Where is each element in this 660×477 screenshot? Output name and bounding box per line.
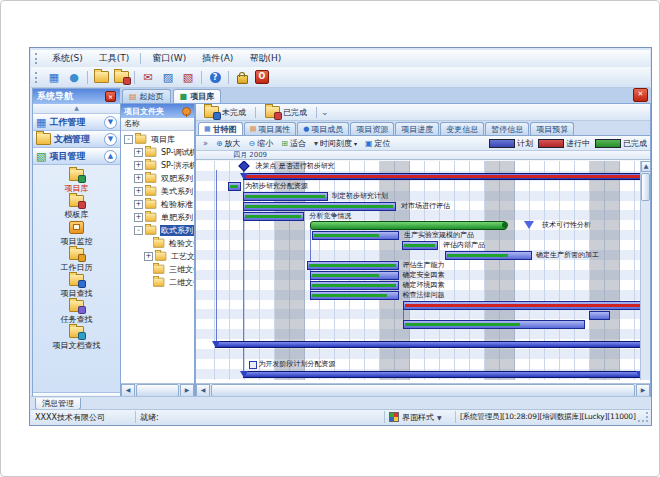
sidebar-item-0[interactable]: 项目库 xyxy=(33,169,120,193)
sidebar-item-1[interactable]: 模板库 xyxy=(33,195,120,219)
gantt-vscroll-thumb[interactable] xyxy=(641,173,650,201)
tree-node-5[interactable]: +检验标准 xyxy=(121,198,194,211)
sidebar-group-2[interactable]: ▧项目管理▲ xyxy=(33,148,120,165)
chevron-up-icon[interactable]: ▲ xyxy=(104,150,117,163)
tree-node-8[interactable]: 检验文件 xyxy=(121,237,194,250)
scroll-left-icon[interactable]: ◀ xyxy=(121,384,135,397)
sidebar-item-2[interactable]: 项目监控 xyxy=(33,221,120,246)
gantt-bar[interactable] xyxy=(589,311,611,320)
gantt-tab-3[interactable]: 项目资源 xyxy=(350,122,394,135)
gantt-tab-7[interactable]: 项目预算 xyxy=(530,122,574,135)
tree-node-11[interactable]: 二维文件 xyxy=(121,276,194,289)
gantt-bar[interactable] xyxy=(310,271,399,280)
gantt-bar[interactable] xyxy=(307,261,398,270)
gantt-horizontal-scrollbar[interactable]: ◀ ▶ xyxy=(196,383,650,396)
gantt-tool-1[interactable]: ⊖缩小 xyxy=(245,138,278,149)
tree-expander-icon[interactable]: - xyxy=(124,135,133,144)
gantt-summary-bar[interactable] xyxy=(215,341,650,348)
sidebar-item-4[interactable]: 项目查找 xyxy=(33,274,120,298)
close-tab-icon[interactable]: ✕ xyxy=(633,88,648,102)
gantt-bar[interactable] xyxy=(310,291,399,300)
status-style-selector[interactable]: 界面样式 ▼ xyxy=(385,411,456,423)
tree-node-2[interactable]: +SP-演示机系 xyxy=(121,159,194,172)
gantt-bar[interactable] xyxy=(243,212,304,221)
tree-expander-icon[interactable]: + xyxy=(134,174,143,183)
tree-expander-icon[interactable]: - xyxy=(134,226,143,235)
gantt-tool-3[interactable]: ▾时间刻度▾ xyxy=(310,138,361,149)
tab-start-page[interactable]: ▤ 起始页 xyxy=(122,89,171,103)
gantt-tab-5[interactable]: 变更信息 xyxy=(440,122,484,135)
menu-item-1[interactable]: 工具(T) xyxy=(91,50,138,67)
tree-expander-icon[interactable]: + xyxy=(134,213,143,222)
filter-button-1[interactable]: 已完成 xyxy=(260,105,312,119)
tree-expander-icon[interactable]: + xyxy=(134,161,143,170)
tree-node-6[interactable]: +单肥系列 xyxy=(121,211,194,224)
chevron-down-icon[interactable]: ▼ xyxy=(104,133,117,146)
sidebar-group-0[interactable]: ▦工作管理▼ xyxy=(33,114,120,131)
gantt-summary-bar[interactable] xyxy=(243,173,650,180)
tree-node-10[interactable]: 三维文件 xyxy=(121,263,194,276)
overflow-chevron-icon[interactable]: ⌄ xyxy=(321,107,329,117)
gantt-vertical-scrollbar[interactable]: ▲ xyxy=(640,161,650,380)
chart-alert-button[interactable]: ▨ xyxy=(159,69,177,86)
lock-button[interactable] xyxy=(233,69,251,86)
tree-horizontal-scrollbar[interactable]: ◀ ▶ xyxy=(121,383,194,396)
milestone-marker[interactable] xyxy=(524,221,534,229)
sidebar-header-icon[interactable]: × xyxy=(105,91,116,102)
filter-button-0[interactable]: 未完成 xyxy=(199,105,251,119)
gantt-tool-4[interactable]: ▣定位 xyxy=(361,138,395,149)
folder-report-button[interactable] xyxy=(112,69,130,86)
pin-icon[interactable] xyxy=(182,107,191,116)
menu-item-5[interactable]: 帮助(H) xyxy=(241,50,289,67)
gantt-tab-4[interactable]: 项目进度 xyxy=(395,122,439,135)
gantt-tab-0[interactable]: ▦甘特图 xyxy=(198,122,243,135)
gantt-bar[interactable] xyxy=(445,251,533,260)
gantt-bar[interactable] xyxy=(228,182,241,191)
gantt-bar[interactable] xyxy=(403,301,647,310)
mail-alert-button[interactable]: ✉ xyxy=(139,69,157,86)
milestone-diamond[interactable] xyxy=(238,161,249,172)
gantt-bar[interactable] xyxy=(403,320,585,329)
menu-item-3[interactable]: 窗口(W) xyxy=(144,50,194,67)
exit-button[interactable]: O xyxy=(253,69,271,86)
gantt-bar-completed[interactable] xyxy=(310,221,506,230)
scroll-left-icon[interactable]: ◀ xyxy=(196,384,210,397)
tab-project-library[interactable]: ■ 项目库 xyxy=(173,89,222,103)
gantt-bar[interactable] xyxy=(312,231,399,240)
gantt-bar[interactable] xyxy=(402,241,438,250)
sidebar-item-3[interactable]: 工作日历 xyxy=(33,248,120,272)
sidebar-item-5[interactable]: 任务查找 xyxy=(33,300,120,324)
toolbar-more-icon[interactable]: » xyxy=(203,139,208,148)
menu-item-0[interactable]: 系统(S) xyxy=(44,50,91,67)
gantt-tab-2[interactable]: ●项目成员 xyxy=(297,122,349,135)
gantt-bar[interactable] xyxy=(310,281,399,290)
folder-open-button[interactable] xyxy=(92,69,110,86)
globe-button[interactable]: ● xyxy=(65,69,83,86)
gantt-summary-bar[interactable] xyxy=(243,371,642,378)
sidebar-group-1[interactable]: 文档管理▼ xyxy=(33,131,120,148)
gantt-tab-1[interactable]: ▤项目属性 xyxy=(244,122,297,135)
menu-item-4[interactable]: 插件(A) xyxy=(194,50,241,67)
tree-node-4[interactable]: +美式系列 xyxy=(121,185,194,198)
scroll-up-icon[interactable]: ▲ xyxy=(641,161,651,172)
gantt-scroll-thumb[interactable] xyxy=(211,384,635,397)
gantt-tab-6[interactable]: 暂停信息 xyxy=(485,122,529,135)
tree-column-header[interactable]: 名称 xyxy=(121,118,194,131)
tree-node-0[interactable]: -项目库 xyxy=(121,133,194,146)
tree-expander-icon[interactable]: + xyxy=(134,148,143,157)
sidebar-collapse-strip[interactable]: ▲ xyxy=(33,104,120,114)
task-note-icon[interactable] xyxy=(249,361,257,369)
tree-node-3[interactable]: +双肥系列 xyxy=(121,172,194,185)
scroll-right-icon[interactable]: ▶ xyxy=(180,384,194,397)
tree-node-9[interactable]: +工艺文件 xyxy=(121,250,194,263)
help-button[interactable]: ? xyxy=(206,69,224,86)
tree-scroll-thumb[interactable] xyxy=(136,384,179,397)
chart-export-button[interactable]: ▧ xyxy=(179,69,197,86)
chevron-down-icon[interactable]: ▼ xyxy=(104,116,117,129)
scroll-right-icon[interactable]: ▶ xyxy=(636,384,650,397)
tree-expander-icon[interactable]: + xyxy=(144,252,153,261)
resize-grip[interactable] xyxy=(638,412,648,422)
monitor-button[interactable]: ▦ xyxy=(45,69,63,86)
sidebar-item-6[interactable]: 项目文档查找 xyxy=(33,326,120,350)
gantt-bar[interactable] xyxy=(243,202,396,211)
